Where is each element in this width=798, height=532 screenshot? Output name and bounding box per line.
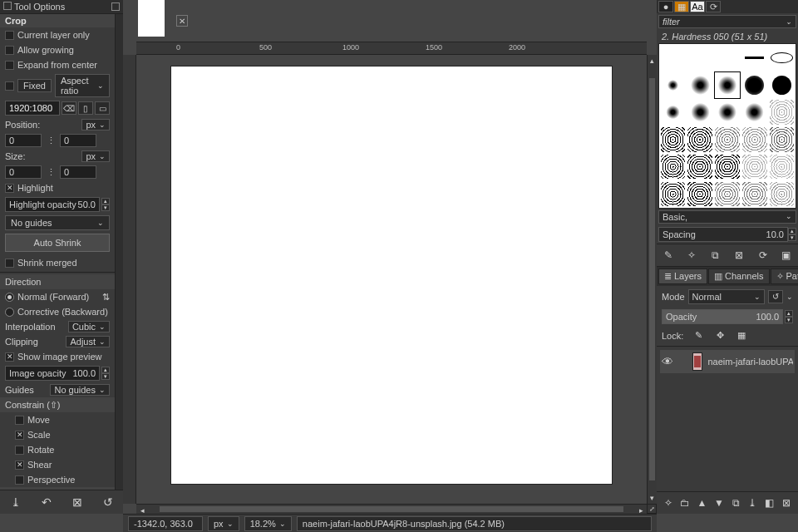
fixed-checkbox[interactable]: [5, 81, 14, 91]
move-checkbox[interactable]: [15, 416, 24, 425]
aspect-value-input[interactable]: [5, 101, 60, 116]
corrective-backward-radio[interactable]: [5, 308, 14, 317]
brush-item[interactable]: [714, 44, 741, 71]
layer-opacity-slider[interactable]: Opacity100.0: [662, 309, 783, 324]
clear-aspect-icon[interactable]: ⌫: [62, 101, 76, 115]
layer-thumbnail[interactable]: [692, 352, 703, 371]
lower-layer-icon[interactable]: ▼: [711, 495, 727, 510]
brush-item[interactable]: [741, 153, 768, 180]
mode-switch-icon[interactable]: ↺: [768, 290, 783, 303]
brush-item[interactable]: [687, 180, 714, 208]
new-layer-icon[interactable]: ✧: [660, 495, 677, 510]
clipping-select[interactable]: Adjust⌄: [66, 336, 110, 347]
brushes-tab-icon[interactable]: ●: [658, 1, 673, 12]
fixed-button[interactable]: Fixed: [17, 79, 52, 92]
brush-item[interactable]: [768, 180, 796, 208]
perspective-checkbox[interactable]: [15, 475, 24, 485]
brush-item[interactable]: [741, 44, 768, 71]
lock-position-icon[interactable]: ✥: [713, 329, 727, 342]
blend-mode-select[interactable]: Normal⌄: [688, 289, 765, 304]
normal-forward-radio[interactable]: [5, 293, 14, 302]
restore-preset-icon[interactable]: ↶: [37, 494, 56, 510]
brush-item[interactable]: [659, 180, 687, 208]
tab-layers[interactable]: ≣Layers: [658, 268, 707, 284]
scale-checkbox[interactable]: [15, 431, 24, 440]
shrink-merged-checkbox[interactable]: [5, 259, 14, 268]
chevron-down-icon[interactable]: ⌄: [786, 293, 793, 301]
panel-menu-icon[interactable]: [111, 2, 120, 11]
document-tab-thumb[interactable]: [138, 0, 165, 37]
brush-item[interactable]: [687, 44, 714, 71]
horizontal-scrollbar[interactable]: ◂ ▸: [136, 504, 647, 514]
expand-center-checkbox[interactable]: [5, 61, 14, 70]
layer-row[interactable]: 👁 naeim-jafari-laobUPA4jR8-unsplash.jpg: [660, 350, 795, 373]
canvas-viewport[interactable]: [136, 55, 647, 504]
guides2-select[interactable]: No guides⌄: [50, 384, 110, 396]
position-x-input[interactable]: [5, 134, 42, 147]
position-unit-select[interactable]: px⌄: [81, 119, 110, 131]
shear-checkbox[interactable]: [15, 461, 24, 470]
vertical-ruler[interactable]: [123, 55, 136, 504]
merge-down-icon[interactable]: ⤓: [744, 495, 761, 510]
save-preset-icon[interactable]: ⤓: [7, 494, 25, 510]
scroll-left-icon[interactable]: ◂: [136, 505, 148, 514]
zoom-select[interactable]: 18.2%⌄: [244, 516, 292, 531]
visibility-toggle-icon[interactable]: 👁: [662, 354, 673, 369]
status-unit-select[interactable]: px⌄: [208, 516, 239, 531]
interpolation-select[interactable]: Cubic⌄: [68, 321, 110, 332]
size-w-input[interactable]: [5, 165, 42, 179]
reset-icon[interactable]: ↺: [99, 494, 117, 510]
allow-growing-checkbox[interactable]: [5, 46, 14, 55]
layer-opacity-spin[interactable]: ▴▾: [785, 310, 793, 323]
brush-item[interactable]: [741, 180, 768, 208]
patterns-tab-icon[interactable]: ▦: [674, 1, 689, 12]
highlight-opacity-spin[interactable]: ▴▾: [101, 198, 110, 211]
brush-item[interactable]: [714, 99, 741, 126]
brush-item[interactable]: [687, 99, 714, 126]
scroll-up-icon[interactable]: ▴: [648, 55, 657, 66]
navigate-icon[interactable]: ⤢: [647, 504, 657, 514]
tab-channels[interactable]: ▥Channels: [708, 268, 769, 284]
lock-alpha-icon[interactable]: ▦: [735, 329, 748, 342]
brush-item[interactable]: [659, 71, 687, 99]
history-tab-icon[interactable]: ⟳: [706, 1, 721, 12]
portrait-icon[interactable]: ▯: [78, 101, 93, 115]
brush-item[interactable]: [714, 180, 741, 208]
spacing-spin[interactable]: ▴▾: [788, 228, 796, 241]
brush-item[interactable]: [659, 126, 687, 153]
link-icon[interactable]: ⋮: [45, 165, 57, 179]
brush-item[interactable]: [714, 126, 741, 153]
duplicate-brush-icon[interactable]: ⧉: [707, 248, 724, 263]
brush-preset-select[interactable]: Basic,⌄: [658, 210, 796, 224]
tab-paths[interactable]: ✧Paths: [771, 268, 798, 284]
auto-shrink-button[interactable]: Auto Shrink: [5, 234, 110, 252]
lock-pixels-icon[interactable]: ✎: [692, 329, 705, 342]
image-opacity-slider[interactable]: Image opacity100.0: [5, 366, 100, 381]
size-unit-select[interactable]: px⌄: [81, 150, 110, 162]
new-brush-icon[interactable]: ✧: [683, 248, 700, 263]
open-brush-icon[interactable]: ▣: [778, 248, 795, 263]
brush-item[interactable]: [687, 153, 714, 180]
dock-icon[interactable]: [3, 2, 12, 10]
horizontal-ruler[interactable]: 0 500 1000 1500 2000: [136, 42, 647, 55]
vertical-scrollbar[interactable]: ▴ ▾: [647, 55, 657, 504]
delete-preset-icon[interactable]: ⊠: [68, 494, 86, 510]
brush-item[interactable]: [687, 71, 714, 99]
spacing-slider[interactable]: Spacing10.0: [658, 227, 788, 242]
scroll-down-icon[interactable]: ▾: [648, 492, 657, 504]
close-tab-icon[interactable]: ✕: [176, 15, 188, 27]
duplicate-layer-icon[interactable]: ⧉: [727, 495, 744, 510]
landscape-icon[interactable]: ▭: [95, 101, 110, 115]
rotate-checkbox[interactable]: [15, 446, 24, 455]
left-scrollbar[interactable]: [115, 14, 123, 490]
highlight-opacity-slider[interactable]: Highlight opacity50.0: [5, 197, 100, 212]
brush-item[interactable]: [659, 99, 687, 126]
brush-item-selected[interactable]: [714, 71, 741, 99]
edit-brush-icon[interactable]: ✎: [660, 248, 677, 263]
image-opacity-spin[interactable]: ▴▾: [101, 367, 110, 380]
brush-item[interactable]: [768, 126, 796, 153]
mask-icon[interactable]: ◧: [761, 495, 778, 510]
brush-item[interactable]: [768, 71, 796, 99]
current-layer-only-checkbox[interactable]: [5, 31, 14, 40]
size-h-input[interactable]: [60, 165, 96, 179]
